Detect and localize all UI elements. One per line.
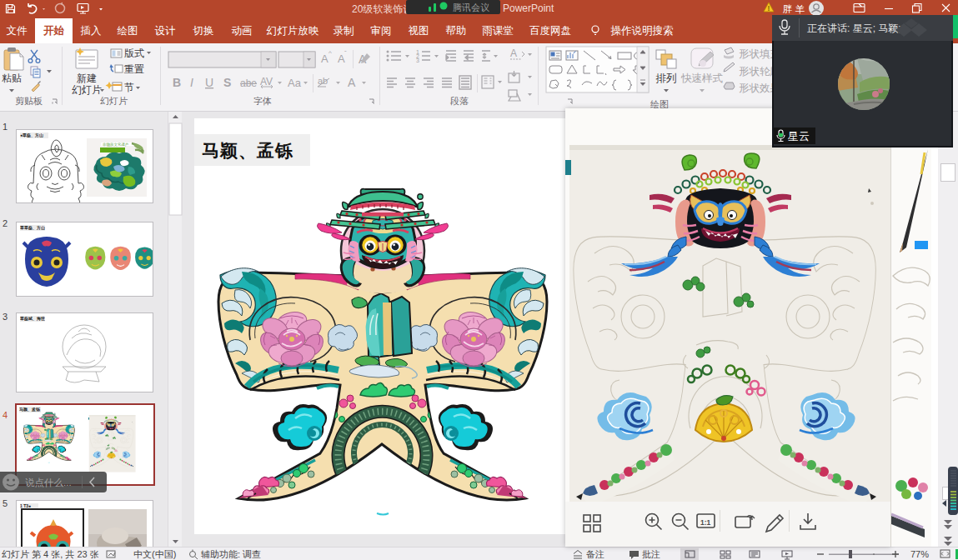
svg-text:段落: 段落	[450, 96, 469, 106]
svg-text:星云: 星云	[788, 130, 810, 142]
svg-text:U: U	[205, 76, 213, 89]
svg-text:Aa: Aa	[288, 77, 302, 89]
svg-text:S: S	[223, 76, 231, 89]
svg-text:I: I	[190, 76, 193, 89]
svg-text:abe: abe	[240, 78, 257, 89]
svg-text:A: A	[510, 48, 517, 59]
svg-text:辅助功能: 调查: 辅助功能: 调查	[201, 549, 261, 559]
svg-text:B: B	[173, 76, 181, 89]
svg-text:备注: 备注	[586, 549, 604, 559]
svg-text:快速样式: 快速样式	[680, 72, 724, 84]
svg-text:节: 节	[124, 82, 134, 93]
svg-text:重置: 重置	[124, 63, 144, 75]
svg-text:ˇ: ˇ	[344, 49, 347, 57]
svg-text:字体: 字体	[253, 96, 272, 106]
svg-text:幻灯片: 幻灯片	[72, 84, 102, 96]
svg-text:A: A	[321, 52, 329, 65]
svg-text:3: 3	[416, 58, 419, 63]
svg-text:中文(中国): 中文(中国)	[133, 549, 176, 559]
svg-text:版式: 版式	[124, 48, 144, 59]
svg-text:说点什么...: 说点什么...	[25, 478, 72, 488]
svg-text:!: !	[768, 4, 770, 12]
svg-text:剪贴板: 剪贴板	[15, 96, 43, 106]
svg-text:排列: 排列	[656, 72, 677, 84]
svg-text:正在讲话: 星云; 马颖;: 正在讲话: 星云; 马颖;	[807, 22, 901, 34]
svg-text:腾讯会议: 腾讯会议	[453, 2, 489, 12]
svg-text:77%: 77%	[910, 549, 929, 559]
svg-text:胖 羊: 胖 羊	[783, 4, 805, 14]
svg-text:批注: 批注	[642, 549, 660, 559]
svg-text:1:1: 1:1	[700, 518, 711, 527]
svg-text:A: A	[348, 76, 356, 89]
svg-text:粘贴: 粘贴	[2, 72, 22, 84]
svg-text:新建: 新建	[77, 72, 97, 84]
svg-text:^: ^	[329, 49, 332, 57]
svg-text:幻灯片 第 4 张, 共 23 张: 幻灯片 第 4 张, 共 23 张	[2, 549, 99, 559]
svg-text:幻灯片: 幻灯片	[100, 96, 128, 106]
svg-text:非物质文化遗产: 非物质文化遗产	[103, 142, 129, 148]
